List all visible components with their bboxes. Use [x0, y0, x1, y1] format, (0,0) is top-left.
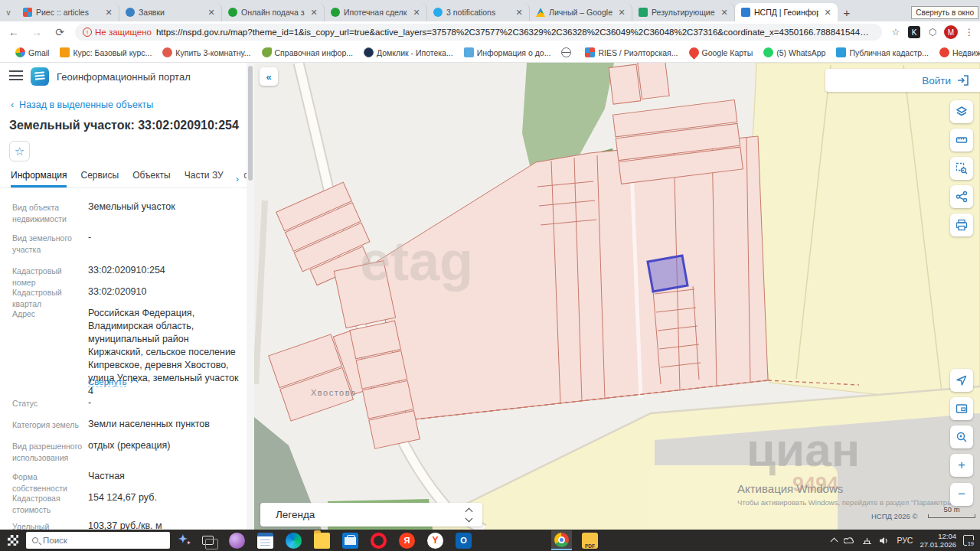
taskbar-search[interactable] [26, 532, 170, 549]
collapse-sidebar-button[interactable]: « [260, 67, 278, 86]
cadastre-icon [836, 47, 846, 57]
browser-tab-ipoteka[interactable]: Ипотечная сделка, войд✕ [325, 3, 427, 21]
legend-expand-icon[interactable] [466, 509, 472, 521]
field-value: - [88, 396, 241, 409]
geolocation-button[interactable] [950, 369, 973, 392]
opera-icon[interactable] [371, 533, 387, 549]
sidebar-scrollbar[interactable] [247, 63, 254, 530]
browser-tab-sheets[interactable]: Результирующие ПОКР✕ [632, 3, 735, 21]
tab-close-icon[interactable]: ✕ [514, 8, 524, 18]
tab-search-chevron-icon[interactable]: v [0, 3, 17, 21]
browser-tab-notifications[interactable]: 3 notifications✕ [427, 3, 530, 21]
zoom-in-button[interactable]: + [950, 454, 973, 477]
select-area-button[interactable] [950, 157, 973, 180]
legend-bar[interactable]: Легенда [260, 503, 482, 527]
bookmark-label: Курс: Базовый курс... [73, 48, 152, 57]
bookmark-label: Gmail [28, 48, 49, 57]
start-button[interactable] [8, 535, 18, 546]
collapse-address-link[interactable]: Свернуть [88, 377, 126, 387]
tab-close-icon[interactable]: ✕ [616, 8, 627, 18]
globe-icon [561, 47, 571, 57]
profile-avatar[interactable]: M [943, 24, 959, 40]
selected-parcel[interactable] [648, 256, 688, 292]
print-button[interactable] [950, 214, 973, 236]
nspd-favicon [741, 8, 750, 17]
volume-icon[interactable] [879, 536, 890, 545]
outlook-icon[interactable]: O [456, 533, 472, 549]
tab-close-icon[interactable]: ✕ [309, 8, 319, 18]
bookmark-label: Информация о до... [477, 48, 551, 57]
bookmark-globe[interactable] [561, 47, 574, 57]
bookmark-course[interactable]: Курс: Базовый курс... [60, 47, 152, 57]
bookmark-star-icon[interactable]: ☆ [888, 24, 903, 40]
browser-tab-gdrive[interactable]: Личный – Google Диск✕ [530, 3, 632, 21]
yandex-browser-icon[interactable]: Y [427, 533, 443, 549]
task-view-icon[interactable] [202, 536, 214, 545]
bookmark-reference[interactable]: Справочная инфор... [262, 47, 353, 57]
bookmark-domclick[interactable]: Домклик - Ипотека... [364, 47, 453, 57]
notification-center-icon[interactable]: 19 [963, 535, 974, 546]
field-value: отдых (рекреация) [88, 439, 241, 452]
url-field[interactable]: ! Не защищено https://nspd.gov.ru/map?th… [75, 24, 882, 41]
alisa-icon[interactable] [229, 533, 245, 549]
measure-button[interactable] [950, 129, 973, 152]
bookmark-gmail[interactable]: Gmail [15, 47, 49, 57]
login-icon [957, 74, 969, 86]
extensions-puzzle-icon[interactable]: ⬡ [925, 24, 940, 40]
scrollbar-thumb[interactable] [248, 66, 253, 181]
microsoft-store-icon[interactable] [342, 533, 358, 549]
browser-tab-zayavki[interactable]: Заявки✕ [119, 3, 222, 21]
taskbar-clock[interactable]: 12:04 27.01.2026 [920, 532, 956, 549]
tab-close-icon[interactable]: ✕ [411, 8, 422, 18]
tab-close-icon[interactable]: ✕ [103, 8, 114, 18]
tabs-scroll-right-icon[interactable]: › [230, 171, 244, 187]
sber-favicon [228, 8, 237, 17]
reload-button[interactable]: ⟳ [51, 23, 69, 41]
select-area-icon [956, 162, 968, 174]
tab-close-icon[interactable]: ✕ [206, 8, 217, 18]
yandex-icon[interactable]: Я [399, 533, 415, 549]
bookmark-estate[interactable]: Недвижимость - ку... [939, 47, 980, 57]
search-location-button[interactable] [950, 425, 973, 448]
bookmark-ries[interactable]: RIES / Риэлторская... [585, 47, 678, 57]
field-value: 103,37 руб./кв. м [88, 520, 241, 530]
course-icon [60, 47, 70, 57]
map-area[interactable] [254, 63, 980, 530]
share-button[interactable] [950, 185, 973, 208]
browser-menu-icon[interactable]: ⋮ [962, 24, 977, 40]
bookmark-label: Домклик - Ипотека... [377, 48, 453, 57]
field-parcel [746, 63, 980, 406]
new-tab-button[interactable]: + [838, 3, 856, 21]
copilot-icon[interactable]: ✦✦ [176, 532, 193, 549]
tray-expand-icon[interactable] [831, 538, 838, 546]
back-button[interactable]: ← [5, 23, 23, 41]
login-button[interactable]: Войти [825, 69, 980, 92]
browser-tab-online[interactable]: Онлайн подача заявки -✕ [222, 3, 325, 21]
field-value: 154 124,67 руб. [88, 491, 241, 504]
language-indicator[interactable]: РУС [897, 536, 913, 545]
map-canvas[interactable] [254, 63, 980, 530]
zoom-out-button[interactable]: − [950, 483, 973, 506]
tab-close-icon[interactable]: ✕ [719, 8, 730, 18]
field-label: Вид разрешенного использования [12, 441, 84, 464]
search-input[interactable] [43, 536, 142, 545]
bookmark-whatsapp[interactable]: (5) WhatsApp [763, 47, 825, 57]
overview-map-button[interactable] [950, 397, 973, 420]
tab-close-icon[interactable]: ✕ [822, 8, 833, 18]
network-icon[interactable] [862, 536, 872, 545]
forward-button[interactable]: → [28, 23, 46, 41]
pdf-app-icon[interactable]: PDF [582, 533, 598, 549]
bookmark-gmaps[interactable]: Google Карты [689, 47, 753, 57]
bookmark-pkk[interactable]: Публичная кадастр... [836, 47, 928, 57]
browser-tab-nspd-active[interactable]: НСПД | Геоинформаци✕ [735, 3, 838, 21]
extension-k-icon[interactable]: K [906, 24, 922, 40]
edge-icon[interactable] [286, 533, 302, 549]
file-explorer-icon[interactable] [314, 533, 330, 549]
browser-tab-ries[interactable]: Риес :: articles✕ [17, 3, 119, 21]
layers-button[interactable] [950, 100, 973, 123]
bookmark-flat[interactable]: Купить 3-комнатну... [162, 47, 250, 57]
bookmark-info[interactable]: Информация о до... [464, 47, 551, 57]
document-app-icon[interactable] [257, 533, 273, 549]
onedrive-icon[interactable] [844, 536, 855, 544]
chrome-icon-active[interactable] [551, 530, 572, 550]
